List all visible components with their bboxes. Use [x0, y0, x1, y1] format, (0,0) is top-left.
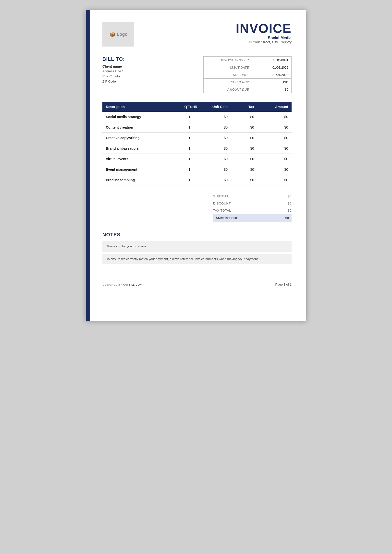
bill-to-block: BILL TO: Client name Address Line 1 City…: [102, 56, 203, 84]
item-unit: $0: [201, 175, 231, 185]
page-number: Page 1 of 1: [275, 283, 292, 286]
totals-amount-due: AMOUNT DUE $0: [213, 214, 292, 222]
tax-value: $0: [288, 209, 292, 212]
item-desc: Content creation: [102, 122, 178, 133]
item-tax: $0: [231, 154, 257, 164]
company-name: Social Media: [236, 36, 292, 40]
meta-value: 31/01/2022: [252, 71, 292, 79]
page-content: 📦 Logo INVOICE Social Media 11 Your Stre…: [90, 10, 306, 296]
item-amount: $0: [257, 143, 292, 154]
table-row: Event management 1 $0 $0 $0: [102, 164, 292, 175]
antbill-link[interactable]: ANTBILL.COM: [123, 283, 142, 286]
meta-value: SOC-0001: [252, 57, 292, 64]
table-row: Product sampling 1 $0 $0 $0: [102, 175, 292, 185]
company-address: 11 Your Street, City, Country: [236, 40, 292, 44]
col-header-amount: Amount: [257, 102, 292, 112]
item-tax: $0: [231, 112, 257, 122]
amount-due-value: $0: [285, 216, 289, 220]
item-unit: $0: [201, 122, 231, 133]
table-row: Virtual events 1 $0 $0 $0: [102, 154, 292, 164]
bill-to-label: BILL TO:: [102, 56, 203, 62]
item-amount: $0: [257, 154, 292, 164]
billing-section: BILL TO: Client name Address Line 1 City…: [102, 56, 292, 93]
table-row: Creative copywriting 1 $0 $0 $0: [102, 133, 292, 143]
item-qty: 1: [178, 112, 201, 122]
totals-subtotal: SUBTOTAL $0: [213, 193, 292, 200]
item-desc: Product sampling: [102, 175, 178, 185]
item-amount: $0: [257, 112, 292, 122]
meta-label: ISSUE DATE: [204, 64, 252, 71]
item-desc: Virtual events: [102, 154, 178, 164]
item-desc: Creative copywriting: [102, 133, 178, 143]
meta-row: CURRENCY USD: [204, 79, 292, 86]
notes-section: NOTES: Thank you for your business. To e…: [102, 232, 292, 264]
meta-table: INVOICE NUMBER SOC-0001 ISSUE DATE 01/01…: [203, 56, 292, 93]
logo-icon: 📦: [109, 31, 115, 37]
table-row: Social media strategy 1 $0 $0 $0: [102, 112, 292, 122]
col-header-desc: Description: [102, 102, 178, 112]
item-tax: $0: [231, 164, 257, 175]
table-row: Content creation 1 $0 $0 $0: [102, 122, 292, 133]
item-desc: Social media strategy: [102, 112, 178, 122]
page-footer: DESIGNED BY ANTBILL.COM Page 1 of 1: [102, 279, 292, 286]
meta-row: AMOUNT DUE $0: [204, 86, 292, 93]
item-unit: $0: [201, 143, 231, 154]
item-amount: $0: [257, 164, 292, 175]
item-unit: $0: [201, 112, 231, 122]
item-desc: Event management: [102, 164, 178, 175]
table-row: Brand ambassadors 1 $0 $0 $0: [102, 143, 292, 154]
items-table: Description QTY/HR Unit Cost Tax Amount …: [102, 102, 292, 185]
col-header-unit: Unit Cost: [201, 102, 231, 112]
tax-label: TAX TOTAL: [213, 209, 231, 212]
item-amount: $0: [257, 133, 292, 143]
note-2: To ensure we correctly match your paymen…: [102, 254, 292, 265]
amount-due-label: AMOUNT DUE: [216, 216, 238, 220]
items-table-body: Social media strategy 1 $0 $0 $0 Content…: [102, 112, 292, 185]
totals-table: SUBTOTAL $0 DISCOUNT $0 TAX TOTAL $0 AMO…: [213, 193, 292, 222]
notes-label: NOTES:: [102, 232, 292, 238]
subtotal-value: $0: [288, 194, 292, 198]
meta-value: $0: [252, 86, 292, 93]
item-qty: 1: [178, 175, 201, 185]
note-1: Thank you for your business.: [102, 241, 292, 252]
item-tax: $0: [231, 133, 257, 143]
items-table-header: Description QTY/HR Unit Cost Tax Amount: [102, 102, 292, 112]
footer-credit: DESIGNED BY ANTBILL.COM: [102, 283, 142, 286]
item-tax: $0: [231, 143, 257, 154]
discount-label: DISCOUNT: [213, 202, 231, 205]
client-name: Client name: [102, 64, 203, 68]
discount-value: $0: [288, 202, 292, 205]
item-unit: $0: [201, 133, 231, 143]
col-header-qty: QTY/HR: [178, 102, 201, 112]
item-unit: $0: [201, 164, 231, 175]
item-qty: 1: [178, 122, 201, 133]
totals-discount: DISCOUNT $0: [213, 200, 292, 207]
totals-tax: TAX TOTAL $0: [213, 207, 292, 214]
meta-value: 01/01/2022: [252, 64, 292, 71]
invoice-title-block: INVOICE Social Media 11 Your Street, Cit…: [236, 22, 292, 44]
item-amount: $0: [257, 122, 292, 133]
invoice-page: 📦 Logo INVOICE Social Media 11 Your Stre…: [86, 10, 306, 321]
item-desc: Brand ambassadors: [102, 143, 178, 154]
item-unit: $0: [201, 154, 231, 164]
meta-label: INVOICE NUMBER: [204, 57, 252, 64]
meta-row: INVOICE NUMBER SOC-0001: [204, 57, 292, 64]
subtotal-label: SUBTOTAL: [213, 194, 231, 198]
invoice-header: 📦 Logo INVOICE Social Media 11 Your Stre…: [102, 22, 292, 47]
meta-row: DUE DATE 31/01/2022: [204, 71, 292, 79]
logo-box: 📦 Logo: [102, 22, 134, 47]
left-accent-bar: [86, 10, 90, 321]
meta-value: USD: [252, 79, 292, 86]
logo-text: Logo: [117, 32, 128, 37]
designed-by-text: DESIGNED BY: [102, 283, 122, 286]
item-qty: 1: [178, 143, 201, 154]
meta-label: CURRENCY: [204, 79, 252, 86]
meta-label: AMOUNT DUE: [204, 86, 252, 93]
totals-section: SUBTOTAL $0 DISCOUNT $0 TAX TOTAL $0 AMO…: [102, 193, 292, 222]
meta-label: DUE DATE: [204, 71, 252, 79]
item-tax: $0: [231, 175, 257, 185]
client-address-line3: ZIP Code: [102, 79, 203, 84]
client-address-line1: Address Line 1: [102, 69, 203, 74]
item-qty: 1: [178, 164, 201, 175]
item-qty: 1: [178, 133, 201, 143]
